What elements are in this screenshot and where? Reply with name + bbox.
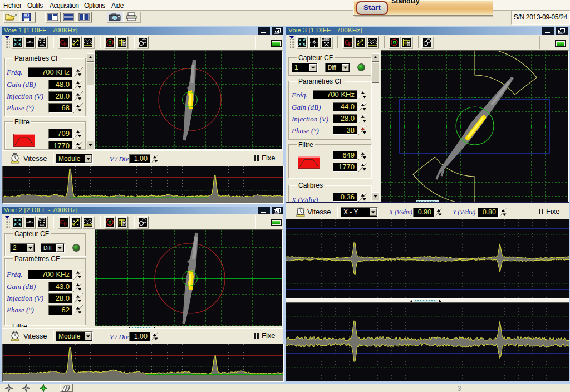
- svg-text:F: F: [63, 220, 67, 227]
- svg-text:F: F: [348, 40, 352, 47]
- svg-text:F: F: [63, 40, 67, 47]
